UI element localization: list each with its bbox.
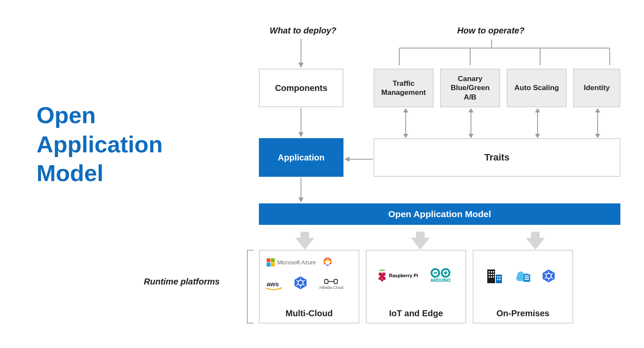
trait-box-identity: Identity [573, 69, 620, 107]
svg-marker-25 [298, 197, 304, 203]
trait-box-traffic: Traffic Management [374, 69, 434, 107]
svg-rect-57 [489, 276, 490, 278]
box-traits: Traits [374, 138, 620, 177]
svg-marker-10 [403, 134, 408, 138]
svg-marker-1 [298, 63, 304, 68]
svg-rect-56 [493, 274, 494, 275]
trait-box-identity-label: Identity [584, 83, 610, 92]
svg-rect-63 [499, 279, 501, 280]
dbl-arrow-1 [403, 108, 409, 138]
arrow-deploy-to-components [301, 39, 301, 69]
svg-rect-58 [491, 276, 492, 278]
svg-rect-54 [489, 274, 490, 275]
svg-rect-50 [496, 275, 502, 283]
box-traits-label: Traits [484, 152, 510, 163]
box-components-label: Components [275, 83, 327, 93]
kubernetes-icon [293, 275, 308, 292]
svg-rect-51 [489, 271, 490, 272]
trait-box-autoscale-label: Auto Scaling [514, 83, 559, 92]
arrow-app-to-oam [300, 178, 302, 203]
oam-bar: Open Application Model [259, 203, 620, 225]
runtime-platforms-label: Runtime platforms [144, 277, 220, 287]
question-operate: How to operate? [457, 26, 525, 36]
kubernetes-icon-2 [541, 269, 556, 285]
svg-rect-52 [491, 271, 492, 272]
gcp-icon [322, 257, 333, 268]
svg-rect-61 [499, 276, 501, 278]
big-arrow-3 [526, 238, 545, 250]
platform-multicloud: Microsoft Azure aws Alibaba Cloud Multi-… [259, 250, 359, 324]
svg-rect-60 [497, 276, 498, 278]
trait-box-canary-label: Canary Blue/Green A/B [444, 74, 497, 102]
arrow-traits-to-app [344, 156, 374, 162]
svg-marker-23 [344, 157, 349, 162]
arduino-icon: ARDUINO [429, 268, 452, 283]
svg-rect-65 [525, 275, 529, 276]
svg-marker-13 [468, 134, 474, 138]
dbl-arrow-4 [595, 108, 601, 138]
cloud-server-icon [513, 268, 532, 285]
platform-iot-title: IoT and Edge [367, 309, 465, 318]
svg-rect-66 [525, 277, 529, 278]
svg-marker-26 [280, 287, 282, 289]
box-components: Components [259, 69, 343, 107]
dbl-arrow-3 [535, 108, 541, 138]
box-application-label: Application [278, 153, 325, 163]
aws-icon: aws [267, 280, 279, 287]
box-application: Application [259, 138, 343, 177]
oam-bar-label: Open Application Model [388, 209, 491, 219]
svg-rect-55 [491, 274, 492, 275]
big-arrow-1 [295, 238, 314, 250]
svg-point-43 [381, 279, 383, 281]
buildings-icon [486, 268, 504, 286]
title-line-2: Application [36, 130, 163, 159]
bracket-operate [374, 39, 620, 72]
title-line-3: Model [36, 159, 163, 188]
trait-box-traffic-label: Traffic Management [377, 79, 430, 97]
svg-marker-21 [298, 132, 304, 137]
svg-rect-36 [334, 279, 337, 284]
svg-rect-59 [493, 276, 494, 278]
runtime-bracket [247, 250, 254, 324]
svg-rect-67 [525, 279, 529, 280]
svg-rect-53 [493, 271, 494, 272]
diagram-title: Open Application Model [36, 101, 163, 188]
raspberry-pi-icon: Raspberry Pi [377, 269, 418, 282]
svg-rect-62 [497, 279, 498, 280]
question-deploy: What to deploy? [270, 26, 337, 36]
svg-marker-16 [535, 134, 540, 138]
platform-multicloud-title: Multi-Cloud [260, 309, 358, 318]
alibaba-cloud-icon: Alibaba Cloud [319, 278, 343, 290]
platform-iot-edge: Raspberry Pi ARDUINO IoT and Edge [366, 250, 466, 324]
arrow-comp-to-app [300, 108, 302, 138]
dbl-arrow-2 [468, 108, 474, 138]
trait-box-autoscale: Auto Scaling [507, 69, 567, 107]
title-line-1: Open [36, 101, 163, 130]
trait-box-canary: Canary Blue/Green A/B [440, 69, 500, 107]
big-arrow-2 [411, 238, 430, 250]
svg-marker-19 [595, 134, 600, 138]
svg-rect-35 [325, 279, 328, 284]
platform-onprem-title: On-Premises [474, 309, 572, 318]
platform-onprem: On-Premises [473, 250, 573, 324]
microsoft-azure-icon: Microsoft Azure [267, 258, 316, 266]
